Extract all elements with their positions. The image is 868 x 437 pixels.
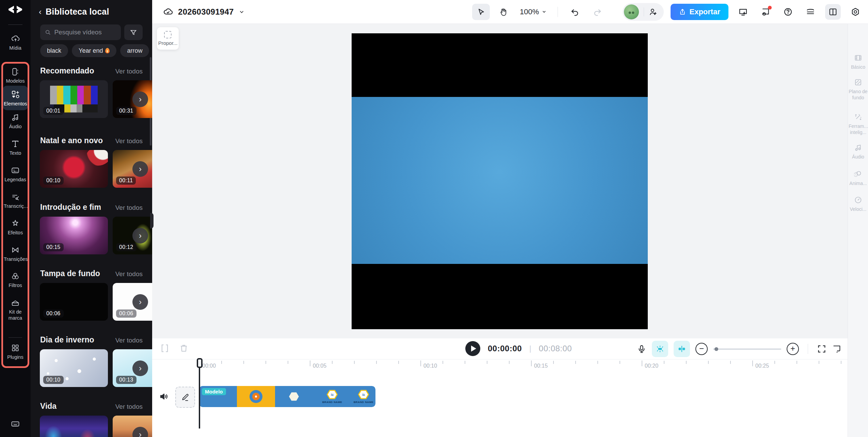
sidebar-item-plugins[interactable]: Plugins: [0, 343, 31, 360]
tab-animacao[interactable]: Anima...: [848, 170, 868, 186]
settings-button[interactable]: [848, 4, 863, 20]
pencil-icon: [181, 393, 190, 402]
cloud-sync-icon[interactable]: [163, 7, 173, 17]
back-icon[interactable]: ‹: [39, 7, 42, 17]
sidebar-item-midia[interactable]: Mídia: [0, 34, 31, 51]
tab-plano-de-fundo[interactable]: Plano de fundo: [848, 78, 868, 101]
music-note-icon: [854, 144, 862, 152]
sidebar-item-modelos[interactable]: Modelos: [0, 67, 31, 84]
video-thumbnail[interactable]: 00:10: [40, 349, 108, 387]
split-preview-toggle[interactable]: [674, 341, 690, 357]
tag-chip[interactable]: black: [40, 44, 68, 57]
slider-thumb[interactable]: [714, 347, 718, 351]
clip-segment[interactable]: [237, 386, 275, 407]
video-thumbnail[interactable]: 00:10: [40, 150, 108, 188]
see-all-link[interactable]: Ver todos: [115, 68, 143, 75]
video-thumbnail[interactable]: 00:01: [40, 80, 108, 118]
sidebar-item-label: Texto: [4, 150, 27, 156]
clip-segment[interactable]: ≈ BRAND NAME: [313, 386, 352, 407]
tag-chip[interactable]: arrow: [120, 44, 149, 57]
device-security-button[interactable]: [758, 4, 773, 20]
track-mute-button[interactable]: [159, 391, 169, 402]
section-natal: Natal e ano novo Ver todos 00:10 00:11 ›: [31, 136, 152, 188]
sidebar-item-transicoes[interactable]: Transições: [0, 246, 31, 262]
see-all-link[interactable]: Ver todos: [115, 337, 143, 344]
account-pill[interactable]: [623, 3, 664, 21]
workspace-button[interactable]: [803, 4, 818, 20]
see-all-link[interactable]: Ver todos: [115, 137, 143, 145]
section-vida: Vida Ver todos ›: [31, 402, 152, 437]
undo-button[interactable]: [566, 4, 584, 20]
invite-member-icon[interactable]: [649, 7, 658, 16]
export-button[interactable]: Exportar: [671, 4, 728, 20]
video-preview[interactable]: [352, 33, 648, 329]
edit-track-button[interactable]: [175, 387, 195, 408]
select-tool-button[interactable]: [472, 4, 490, 20]
video-thumbnail[interactable]: [40, 416, 108, 437]
chevron-right-icon[interactable]: ›: [132, 91, 148, 107]
play-button[interactable]: [465, 341, 480, 356]
question-icon: [783, 7, 793, 17]
chevron-right-icon[interactable]: ›: [132, 294, 148, 310]
timeline-ruler[interactable]: 00:00 00:05 00:10 00:15 00:20 00:25: [152, 359, 848, 374]
split-clip-button[interactable]: [160, 343, 170, 353]
record-voiceover-button[interactable]: [637, 344, 646, 354]
chevron-right-icon[interactable]: ›: [132, 228, 148, 243]
see-all-link[interactable]: Ver todos: [115, 270, 143, 278]
sidebar-item-elementos[interactable]: Elementos: [2, 86, 28, 110]
sidebar-item-transcricao[interactable]: Transcriç...: [0, 192, 31, 209]
timeline-zoom-slider[interactable]: [713, 349, 781, 350]
zoom-level-dropdown[interactable]: 100%: [517, 7, 549, 16]
clip-segment[interactable]: Modelo: [199, 386, 237, 407]
delete-button[interactable]: [179, 343, 189, 353]
fit-timeline-button[interactable]: [817, 344, 826, 354]
sidebar-item-filtros[interactable]: Filtros: [0, 272, 31, 288]
sidebar-item-label: Transições: [4, 256, 27, 262]
tab-velocidade[interactable]: Veloci...: [848, 196, 868, 212]
see-all-link[interactable]: Ver todos: [115, 403, 143, 410]
chevron-down-icon[interactable]: [239, 9, 245, 15]
see-all-link[interactable]: Ver todos: [115, 204, 143, 212]
clip-segment[interactable]: ≈ BRAND NAME: [352, 386, 375, 407]
panel-layout-button[interactable]: [825, 4, 841, 20]
timeline-zoom-out-button[interactable]: −: [695, 343, 708, 355]
filter-button[interactable]: [124, 24, 143, 40]
tag-chip[interactable]: Year end: [72, 44, 116, 57]
split-panel-icon: [828, 7, 838, 17]
clip-segment[interactable]: [275, 386, 313, 407]
capcut-logo-icon[interactable]: [8, 5, 23, 18]
sidebar-item-legendas[interactable]: Legendas: [0, 166, 31, 183]
help-button[interactable]: [780, 4, 796, 20]
media-upload-icon: [11, 34, 20, 43]
hexagon-sticker: [289, 392, 299, 401]
sidebar-item-kit-de-marca[interactable]: Kit de marca: [0, 298, 31, 321]
monitor-download-icon: [738, 7, 748, 17]
sidebar-item-texto[interactable]: Texto: [0, 139, 31, 156]
tab-audio[interactable]: Áudio: [848, 144, 868, 160]
keyboard-shortcuts-icon[interactable]: [11, 419, 20, 428]
tab-basico[interactable]: Básico: [848, 54, 868, 70]
video-thumbnail[interactable]: 00:06: [40, 283, 108, 321]
search-input[interactable]: [54, 29, 116, 36]
search-box[interactable]: [40, 24, 121, 40]
tab-ferramentas-inteligentes[interactable]: Ferram... intelig...: [848, 113, 868, 135]
proportion-button[interactable]: Propor...: [157, 27, 179, 50]
template-clip[interactable]: Modelo ≈ BRAND NAME ≈ BRA: [199, 386, 375, 407]
sidebar-item-label: Kit de marca: [4, 309, 27, 321]
auto-snap-toggle[interactable]: [652, 341, 668, 357]
chevron-right-icon[interactable]: ›: [132, 360, 148, 376]
undo-icon: [570, 7, 579, 16]
sidebar-item-efeitos[interactable]: Efeitos: [0, 219, 31, 236]
panel-collapse-handle[interactable]: [150, 213, 154, 229]
timeline-zoom-in-button[interactable]: +: [787, 343, 799, 355]
sidebar-item-audio[interactable]: Áudio: [0, 113, 31, 130]
avatar[interactable]: [624, 4, 639, 19]
brand-kit-icon: [11, 298, 20, 307]
screen-mode-button[interactable]: [832, 344, 841, 354]
install-app-button[interactable]: [735, 4, 751, 20]
chevron-right-icon[interactable]: ›: [132, 161, 148, 177]
redo-button[interactable]: [589, 4, 606, 20]
video-thumbnail[interactable]: 00:15: [40, 217, 108, 254]
sidebar-item-label: Modelos: [4, 78, 27, 84]
hand-tool-button[interactable]: [495, 4, 512, 20]
